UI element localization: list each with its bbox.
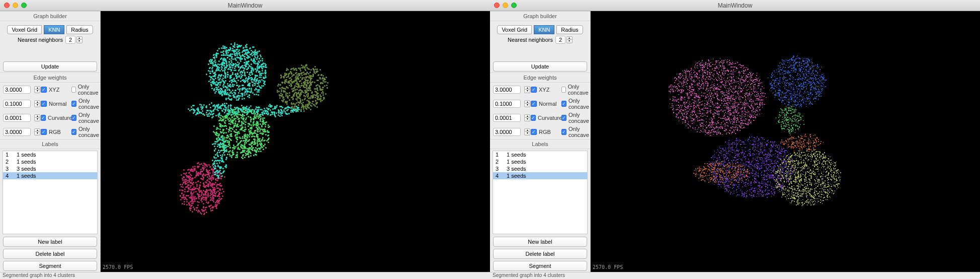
ew1-spinner[interactable]: ▴▾	[524, 100, 530, 107]
close-icon[interactable]	[494, 3, 500, 8]
3d-viewport[interactable]: 2570.0 FPS	[101, 11, 490, 272]
edge-weight-input[interactable]	[3, 114, 31, 122]
zoom-icon[interactable]	[21, 3, 27, 8]
ew3-down[interactable]: ▾	[34, 132, 40, 135]
seed-list[interactable]: 11 seeds21 seeds33 seeds41 seeds	[3, 151, 98, 234]
feat-label: XYZ	[49, 87, 59, 93]
only-concave-checkbox[interactable]: ✓	[71, 115, 76, 121]
feat-checkbox[interactable]: ✓	[531, 129, 537, 135]
only-concave-label: Only concave	[78, 98, 100, 110]
ew2-spinner[interactable]: ▴▾	[524, 114, 530, 121]
ew3-spinner[interactable]: ▴▾	[34, 128, 40, 135]
edge-weights-heading: Edge weights	[0, 73, 100, 83]
ew1-down[interactable]: ▾	[34, 104, 40, 107]
feat-checkbox[interactable]: ✓	[41, 101, 47, 107]
edge-weight-input[interactable]	[493, 128, 521, 136]
edge-weight-input[interactable]	[493, 86, 521, 94]
only-concave-checkbox[interactable]: ✓	[561, 115, 566, 121]
edge-weight-input[interactable]	[3, 86, 31, 94]
nn-spinner[interactable]: ▴▾	[76, 36, 83, 43]
minimize-icon[interactable]	[13, 3, 18, 8]
nn-stepper: ▴▾	[65, 36, 83, 44]
seed-index: 3	[6, 166, 12, 172]
nn-down[interactable]: ▾	[76, 40, 83, 43]
seed-row[interactable]: 41 seeds	[493, 172, 587, 179]
feat-checkbox[interactable]: ✓	[41, 87, 47, 93]
ew3-spinner[interactable]: ▴▾	[524, 128, 530, 135]
graph-builder-tabs: Voxel GridKNNRadius	[4, 25, 96, 34]
seed-row[interactable]: 21 seeds	[493, 158, 587, 165]
point-cloud	[591, 11, 980, 272]
feat-checkbox[interactable]: ✓	[531, 101, 537, 107]
segment-button[interactable]: Segment	[493, 261, 587, 271]
feat-checkbox[interactable]: ✓	[531, 115, 536, 121]
only-concave-checkbox[interactable]: ✓	[561, 129, 566, 135]
nn-down[interactable]: ▾	[566, 40, 573, 43]
seed-row[interactable]: 33 seeds	[493, 165, 587, 172]
tab-radius[interactable]: Radius	[556, 25, 583, 34]
ew0-down[interactable]: ▾	[34, 90, 40, 93]
update-button[interactable]: Update	[493, 61, 587, 72]
seed-row[interactable]: 21 seeds	[3, 158, 97, 165]
ew1-spinner[interactable]: ▴▾	[34, 100, 40, 107]
update-button[interactable]: Update	[3, 61, 97, 72]
seed-list[interactable]: 11 seeds21 seeds33 seeds41 seeds	[493, 151, 588, 234]
segment-button[interactable]: Segment	[3, 261, 97, 271]
only-concave-checkbox[interactable]: ✓	[71, 129, 76, 135]
feat-checkbox[interactable]: ✓	[41, 115, 46, 121]
edge-weight-value-wrap: ▴▾	[493, 86, 529, 94]
seed-row[interactable]: 11 seeds	[493, 151, 587, 158]
edge-weight-value-wrap: ▴▾	[493, 128, 529, 136]
feat-checkbox[interactable]: ✓	[41, 129, 47, 135]
nn-input[interactable]	[555, 36, 565, 44]
titlebar: MainWindow	[490, 0, 980, 11]
tab-knn[interactable]: KNN	[534, 25, 554, 34]
window-body: Graph builderVoxel GridKNNRadiusNearest …	[0, 11, 490, 272]
delete-label-button[interactable]: Delete label	[3, 249, 97, 259]
minimize-icon[interactable]	[503, 3, 508, 8]
ew0-spinner[interactable]: ▴▾	[34, 86, 40, 93]
ew2-down[interactable]: ▾	[34, 118, 40, 121]
only-concave-checkbox[interactable]	[71, 87, 76, 93]
ew3-down[interactable]: ▾	[524, 132, 530, 135]
nn-input[interactable]	[65, 36, 75, 44]
seed-text: 1 seeds	[507, 173, 526, 179]
ew2-down[interactable]: ▾	[524, 118, 530, 121]
edge-weight-value-wrap: ▴▾	[3, 114, 39, 122]
ew0-down[interactable]: ▾	[524, 90, 530, 93]
tab-radius[interactable]: Radius	[66, 25, 93, 34]
3d-viewport[interactable]: 2570.0 FPS	[591, 11, 980, 272]
nn-row: Nearest neighbors▴▾	[494, 36, 586, 44]
seed-index: 3	[496, 166, 502, 172]
new-label-button[interactable]: New label	[3, 237, 97, 247]
edge-weight-input[interactable]	[493, 100, 521, 108]
edge-weight-row: ▴▾✓RGB✓Only concave	[0, 125, 100, 139]
feat-label: Normal	[49, 101, 66, 107]
only-concave-label: Only concave	[568, 98, 590, 110]
edge-weight-input[interactable]	[3, 100, 31, 108]
tab-voxel-grid[interactable]: Voxel Grid	[497, 25, 532, 34]
ew0-spinner[interactable]: ▴▾	[524, 86, 530, 93]
feat-checkbox[interactable]: ✓	[531, 87, 537, 93]
close-icon[interactable]	[4, 3, 10, 8]
ew1-down[interactable]: ▾	[524, 104, 530, 107]
graph-builder-heading: Graph builder	[0, 11, 100, 21]
zoom-icon[interactable]	[511, 3, 517, 8]
tab-knn[interactable]: KNN	[44, 25, 64, 34]
seed-index: 4	[496, 173, 502, 179]
seed-row[interactable]: 33 seeds	[3, 165, 97, 172]
seed-row[interactable]: 11 seeds	[3, 151, 97, 158]
edge-weights-heading: Edge weights	[490, 73, 590, 83]
seed-row[interactable]: 41 seeds	[3, 172, 97, 179]
only-concave-checkbox[interactable]	[561, 87, 566, 93]
delete-label-button[interactable]: Delete label	[493, 249, 587, 259]
nn-spinner[interactable]: ▴▾	[566, 36, 573, 43]
edge-weight-input[interactable]	[493, 114, 521, 122]
edge-weight-input[interactable]	[3, 128, 31, 136]
only-concave-checkbox[interactable]: ✓	[561, 101, 566, 107]
only-concave-checkbox[interactable]: ✓	[71, 101, 76, 107]
ew2-spinner[interactable]: ▴▾	[34, 114, 40, 121]
seed-text: 3 seeds	[507, 166, 526, 172]
new-label-button[interactable]: New label	[493, 237, 587, 247]
tab-voxel-grid[interactable]: Voxel Grid	[7, 25, 42, 34]
